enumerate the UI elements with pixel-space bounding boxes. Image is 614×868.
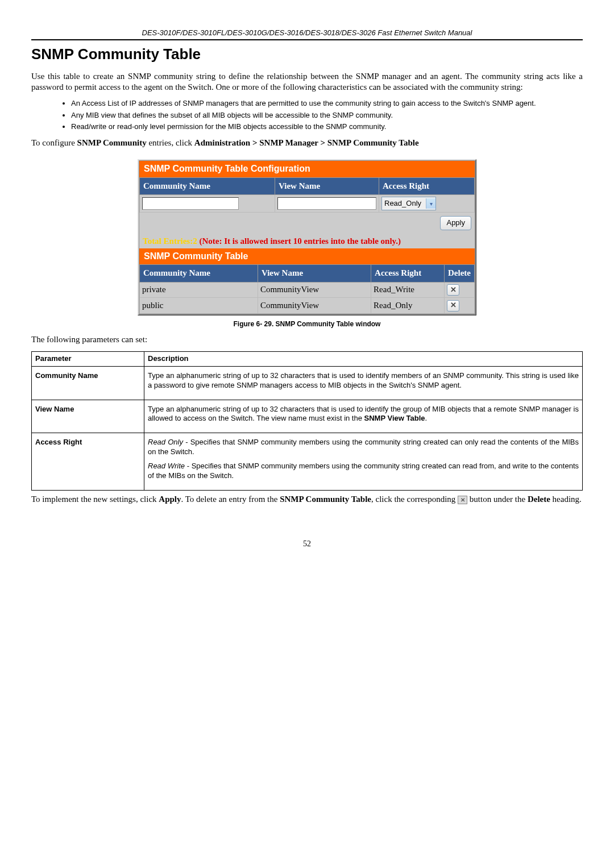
cell-view: CommunityView	[258, 298, 371, 313]
cell-access: Read_Write	[371, 282, 445, 297]
param-name: Community Name	[35, 371, 98, 380]
list-item: Read/write or read-only level permission…	[71, 122, 583, 132]
manual-header: DES-3010F/DES-3010FL/DES-3010G/DES-3016/…	[31, 28, 583, 40]
config-title-bar: SNMP Community Table Configuration	[139, 161, 475, 177]
page-number: 52	[31, 539, 583, 549]
table-row: public CommunityView Read_Only ✕	[140, 298, 475, 313]
desc-header: Description	[144, 351, 583, 366]
following-text: The following parameters can set:	[31, 334, 583, 346]
tbl-col-view: View Name	[258, 265, 371, 283]
delete-button[interactable]: ✕	[447, 300, 459, 312]
param-desc: Type an alphanumeric string of up to 32 …	[148, 405, 579, 424]
parameter-table: Parameter Description Community Name Typ…	[31, 351, 583, 491]
param-desc: Read Write - Specifies that SNMP communi…	[148, 462, 579, 481]
cell-name: public	[140, 298, 258, 313]
col-view-name: View Name	[275, 177, 379, 195]
characteristics-list: An Access List of IP addresses of SNMP m…	[31, 99, 583, 132]
text: entries, click	[147, 138, 194, 147]
community-name-input[interactable]	[142, 197, 239, 210]
text-bold: SNMP Community	[77, 138, 147, 147]
cell-view: CommunityView	[258, 282, 371, 297]
table-title-bar: SNMP Community Table	[139, 248, 475, 265]
close-icon: ✕	[458, 496, 467, 504]
text: To configure	[31, 138, 77, 147]
access-right-select[interactable]: Read_Only ▾	[381, 197, 436, 210]
tbl-col-access: Access Right	[371, 265, 445, 283]
snmp-config-widget: SNMP Community Table Configuration Commu…	[138, 159, 476, 315]
param-header: Parameter	[32, 351, 144, 366]
select-value: Read_Only	[384, 199, 421, 209]
view-name-input[interactable]	[277, 197, 376, 210]
nav-path: Administration > SNMP Manager > SNMP Com…	[194, 138, 419, 147]
community-table: Community Name View Name Access Right De…	[139, 264, 475, 313]
col-access-right: Access Right	[379, 177, 475, 195]
param-desc: Read Only - Specifies that SNMP communit…	[148, 438, 579, 457]
param-name: Access Right	[35, 438, 82, 446]
nav-instruction: To configure SNMP Community entries, cli…	[31, 138, 583, 149]
entries-warning: (Note: It is allowed insert 10 entries i…	[199, 236, 401, 246]
list-item: An Access List of IP addresses of SNMP m…	[71, 99, 583, 109]
cell-name: private	[140, 282, 258, 297]
apply-button[interactable]: Apply	[440, 216, 471, 230]
param-name: View Name	[35, 405, 74, 413]
table-row: private CommunityView Read_Write ✕	[140, 282, 475, 297]
figure-caption: Figure 6- 29. SNMP Community Table windo…	[31, 320, 583, 329]
col-community-name: Community Name	[140, 177, 275, 195]
chevron-down-icon: ▾	[426, 198, 435, 209]
implementation-note: To implement the new settings, click App…	[31, 494, 583, 505]
tbl-col-delete: Delete	[445, 265, 475, 283]
page-title: SNMP Community Table	[31, 45, 583, 64]
tbl-col-name: Community Name	[140, 265, 258, 283]
entries-note: Total Entries:2 (Note: It is allowed ins…	[139, 234, 475, 248]
param-desc: Type an alphanumeric string of up to 32 …	[148, 371, 579, 391]
intro-paragraph: Use this table to create an SNMP communi…	[31, 71, 583, 93]
delete-button[interactable]: ✕	[447, 284, 459, 296]
list-item: Any MIB view that defines the subset of …	[71, 111, 583, 121]
cell-access: Read_Only	[371, 298, 445, 313]
total-entries: Total Entries:2	[143, 236, 199, 246]
config-input-table: Community Name View Name Access Right Re…	[139, 177, 475, 213]
